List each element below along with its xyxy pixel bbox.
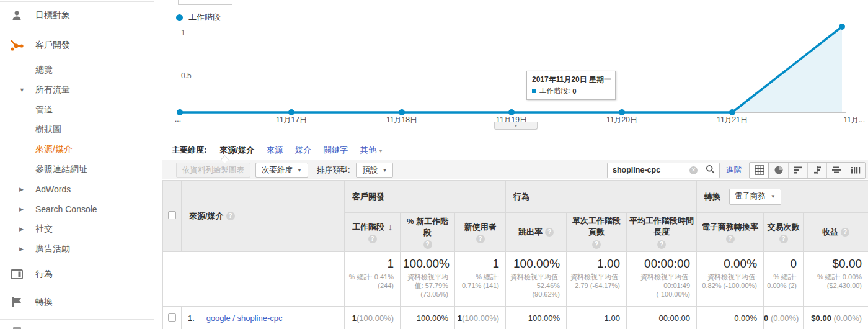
dimension-medium[interactable]: 媒介 [295,145,311,156]
help-icon[interactable]: ? [657,240,666,249]
sidebar-item-audience[interactable]: 目標對象 [0,6,154,25]
cell-subvalue: (100.00%) [356,313,394,323]
sidebar-item-behavior[interactable]: 行為 [0,264,154,284]
dimension-keyword[interactable]: 關鍵字 [324,145,348,156]
search-input[interactable] [607,163,701,178]
chevron-down-icon: ▼ [771,194,776,199]
sidebar-item-label: Search Console [35,204,97,214]
search-button[interactable] [701,163,720,178]
sidebar: 目標對象 客戶開發 總覽 ▼ 所有流量 管道 樹狀圖 來源/媒介 參照連結網址 [0,0,154,329]
col-label: 收益 [822,227,838,238]
col-sessions[interactable]: 工作階段↓ ? [345,213,401,252]
dimension-other[interactable]: 其他▼ [360,145,383,156]
cell-revenue: $0.00 (0.00%) [804,307,868,329]
sidebar-item-label: 來源/媒介 [35,144,73,155]
col-bounce-rate[interactable]: 跳出率? [506,213,567,252]
primary-dimension-bar: 主要維度: 來源/媒介 來源 媒介 關鍵字 其他▼ [172,145,383,156]
x-tick: 11月17日 [267,115,316,125]
pivot-view-button[interactable] [846,163,865,178]
help-icon[interactable]: ? [841,228,849,237]
col-ecommerce-conversion-rate[interactable]: 電子商務轉換率 ? [697,213,764,252]
col-new-users[interactable]: 新使用者 ? [455,213,506,252]
sidebar-item-treemaps[interactable]: 樹狀圖 [0,120,154,140]
summary-pct-new-sessions: 100.00% 資料檢視平均值: 57.79% (73.05%) [401,252,455,307]
row-checkbox[interactable] [168,313,176,322]
summary-value: 0 [766,257,797,271]
col-revenue[interactable]: 收益? [804,213,868,252]
col-pages-per-session[interactable]: 單次工作階段頁數? [567,213,627,252]
sidebar-item-label: 目標對象 [35,10,70,21]
summary-blank-cell [163,252,345,307]
x-tick: 11月20日 [597,115,647,125]
col-pct-new-sessions[interactable]: % 新工作階段 ? [401,213,455,252]
cell-ecommerce-conversion-rate: 0.00% [697,307,764,329]
col-transactions[interactable]: 交易次數 ? [764,213,804,252]
sidebar-item-referrals[interactable]: 參照連結網址 [0,160,154,179]
help-icon[interactable]: ? [592,240,601,249]
sidebar-item-channels[interactable]: 管道 [0,100,154,120]
sidebar-item-source-medium[interactable]: 來源/媒介 [0,140,154,160]
col-label: 單次工作階段頁數 [569,215,624,238]
sidebar-item-all-traffic[interactable]: ▼ 所有流量 [0,80,154,100]
dimension-column-header[interactable]: 來源/媒介 ? [182,181,345,252]
annotations-expand-tab[interactable]: ▼ [494,122,538,130]
search-box: ✕ [607,163,720,178]
sort-type-button[interactable]: 預設 ▼ [356,163,393,178]
sidebar-item-label: 參照連結網址 [35,164,87,175]
sidebar-item-label: 廣告活動 [35,243,70,255]
clear-icon[interactable]: ✕ [689,166,698,174]
col-label: 平均工作階段時間長度 [629,215,694,238]
summary-value: 1 [458,257,499,271]
sidebar-item-campaigns[interactable]: ▶ 廣告活動 [0,239,154,259]
secondary-dimension-button[interactable]: 次要維度 ▼ [255,163,308,178]
chart-legend: 工作階段 [176,12,221,23]
sidebar-item-search-console[interactable]: ▶ Search Console [0,199,154,219]
cell-value: 100.00% [417,313,448,323]
cell-pages-per-session: 1.00 [567,307,627,329]
cell-value: 00:00:00 [658,313,690,323]
plot-rows-button[interactable]: 依資料列繪製圖表 [176,163,250,178]
summary-value: 1.00 [569,257,620,271]
group-label: 行為 [513,192,529,201]
col-avg-session-duration[interactable]: 平均工作階段時間長度? [627,213,697,252]
sessions-line-chart[interactable] [174,22,849,117]
dimension-source-medium[interactable]: 來源/媒介 [219,145,254,156]
help-icon[interactable]: ? [476,235,485,243]
help-icon[interactable]: ? [779,235,788,243]
summary-new-users: 1 % 總計: 0.71% (141) [455,252,506,307]
source-medium-link[interactable]: google / shopline-cpc [206,313,283,323]
ecommerce-selected-label: 電子商務 [735,191,766,202]
sidebar-item-adwords[interactable]: ▶ AdWords [0,179,154,199]
performance-view-button[interactable] [788,163,807,178]
help-icon[interactable]: ? [726,235,735,243]
help-icon[interactable]: ? [423,240,432,249]
comparison-view-button[interactable] [807,163,826,178]
table-view-button[interactable] [750,163,769,178]
help-icon[interactable]: ? [226,212,235,220]
term-cloud-view-button[interactable] [826,163,846,178]
advanced-link[interactable]: 進階 [726,165,742,176]
sidebar-item-social[interactable]: ▶ 社交 [0,219,154,239]
metric-selector-fragment[interactable] [178,0,232,5]
analytics-page: 目標對象 客戶開發 總覽 ▼ 所有流量 管道 樹狀圖 來源/媒介 參照連結網址 [0,0,868,329]
sort-type-label: 排序類型: [317,165,350,176]
sidebar-item-label: 樹狀圖 [35,124,61,135]
chevron-down-icon: ▼ [378,148,383,154]
series-color-icon [532,89,536,93]
select-all-checkbox[interactable] [168,211,176,219]
percentage-view-button[interactable] [769,163,788,178]
dimension-source[interactable]: 來源 [267,145,283,156]
help-icon[interactable]: ? [545,228,554,237]
chevron-right-icon: ▶ [19,246,24,252]
cell-value: 1 [458,313,462,323]
col-label: 電子商務轉換率 [702,222,758,233]
sidebar-item-conversions[interactable]: 轉換 [0,292,154,312]
summary-value: 100.00% [508,257,560,271]
ecommerce-goal-dropdown[interactable]: 電子商務 ▼ [729,189,781,205]
sidebar-item-overview[interactable]: 總覽 [0,60,154,80]
summary-sessions: 1 % 總計: 0.41% (244) [345,252,401,307]
flag-icon [9,295,24,310]
help-icon[interactable]: ? [368,235,377,243]
group-label: 轉換 [704,191,720,201]
sidebar-item-acquisition[interactable]: 客戶開發 [0,35,154,55]
